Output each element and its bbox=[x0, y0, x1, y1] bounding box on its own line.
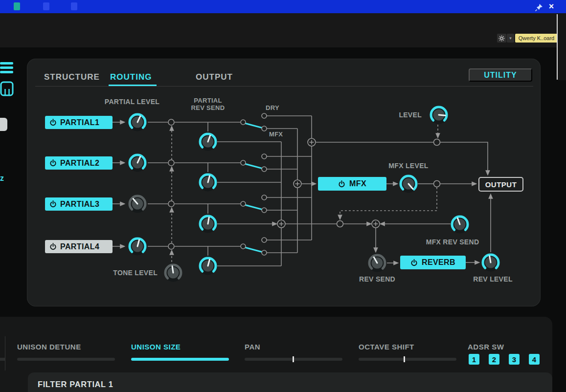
mfx-label: MFX bbox=[349, 179, 366, 188]
titlebar: × bbox=[0, 0, 566, 13]
filter-panel-title: FILTER PARTIAL 1 bbox=[38, 380, 113, 389]
partial-rev-send-label-line2: REV SEND bbox=[187, 104, 228, 111]
partial1-rev-send-knob[interactable] bbox=[198, 132, 218, 152]
reverb-label: REVERB bbox=[422, 258, 455, 267]
tab-routing[interactable]: ROUTING bbox=[110, 72, 152, 82]
power-icon bbox=[49, 159, 57, 167]
partial4-rev-send-knob[interactable] bbox=[198, 256, 218, 276]
rev-level-label: REV LEVEL bbox=[467, 275, 519, 283]
tab-structure[interactable]: STRUCTURE bbox=[44, 72, 100, 82]
power-icon bbox=[49, 243, 57, 250]
power-icon bbox=[49, 119, 57, 126]
tab-divider bbox=[35, 86, 533, 87]
qwerty-keyboard-button[interactable]: Qwerty K..oard bbox=[515, 34, 558, 43]
right-strip bbox=[558, 13, 566, 80]
unison-size-label: UNISON SIZE bbox=[131, 343, 181, 351]
pan-label: PAN bbox=[245, 343, 260, 351]
unison-detune-label: UNISON DETUNE bbox=[17, 343, 81, 351]
partial2-label: PARTIAL2 bbox=[60, 159, 99, 168]
level-knob[interactable] bbox=[429, 105, 449, 125]
titlebar-badge[interactable] bbox=[14, 2, 20, 10]
adsr-sw-2-button[interactable]: 2 bbox=[489, 354, 499, 365]
filter-panel: FILTER PARTIAL 1 bbox=[28, 372, 552, 392]
keyboard-icon[interactable] bbox=[0, 81, 14, 96]
partial3-rev-send-knob[interactable] bbox=[198, 214, 218, 234]
settings-button[interactable] bbox=[497, 34, 506, 43]
partial4-level-knob[interactable] bbox=[128, 237, 147, 256]
partial3-output-switch[interactable] bbox=[241, 195, 268, 213]
partial2-level-knob[interactable] bbox=[128, 153, 147, 173]
pan-track[interactable] bbox=[245, 358, 342, 361]
unison-detune-track[interactable] bbox=[17, 358, 115, 361]
output-node: OUTPUT bbox=[478, 177, 523, 192]
partial3-button[interactable]: PARTIAL3 bbox=[45, 197, 113, 211]
partial-rev-send-label: PARTIAL REV SEND bbox=[187, 97, 228, 111]
partial-level-label: PARTIAL LEVEL bbox=[100, 98, 164, 106]
partial2-button[interactable]: PARTIAL2 bbox=[45, 156, 113, 170]
partial3-label: PARTIAL3 bbox=[60, 200, 99, 209]
level-label: LEVEL bbox=[385, 111, 422, 119]
partial4-button[interactable]: PARTIAL4 bbox=[45, 240, 113, 253]
settings-dropdown-button[interactable]: ▾ bbox=[507, 34, 514, 43]
mfx-level-label: MFX LEVEL bbox=[379, 162, 438, 170]
power-icon bbox=[338, 180, 345, 188]
partial1-button[interactable]: PARTIAL1 bbox=[45, 116, 113, 129]
rev-level-knob[interactable] bbox=[481, 253, 500, 272]
titlebar-badge[interactable] bbox=[43, 2, 49, 10]
tone-level-label: TONE LEVEL bbox=[107, 269, 158, 277]
tab-output[interactable]: OUTPUT bbox=[196, 72, 233, 82]
reverb-button[interactable]: REVERB bbox=[400, 256, 466, 269]
close-icon[interactable]: × bbox=[546, 1, 557, 12]
mfx-rev-send-knob[interactable] bbox=[450, 215, 470, 234]
partial4-label: PARTIAL4 bbox=[60, 242, 99, 251]
sidebar-button-fragment[interactable] bbox=[0, 118, 7, 131]
power-icon bbox=[49, 200, 57, 208]
adsr-sw-label: ADSR SW bbox=[468, 343, 546, 351]
top-strip bbox=[0, 13, 566, 47]
octave-shift-track[interactable] bbox=[359, 358, 456, 361]
partial1-label: PARTIAL1 bbox=[60, 118, 99, 127]
partial1-output-switch[interactable] bbox=[241, 113, 268, 131]
partial1-level-knob[interactable] bbox=[128, 112, 147, 132]
power-icon bbox=[410, 259, 418, 266]
mfx-rev-send-label: MFX REV SEND bbox=[418, 238, 487, 246]
slider-fragment bbox=[0, 358, 5, 361]
partial-rev-send-label-line1: PARTIAL bbox=[187, 97, 228, 104]
mfx-level-knob[interactable] bbox=[399, 174, 418, 194]
adsr-sw-3-button[interactable]: 3 bbox=[509, 354, 520, 365]
menu-icon[interactable] bbox=[0, 62, 15, 77]
adsr-sw-4-button[interactable]: 4 bbox=[529, 354, 540, 365]
octave-shift-slider: OCTAVE SHIFT bbox=[359, 343, 414, 351]
rev-send-label: REV SEND bbox=[353, 275, 402, 283]
mfx-button[interactable]: MFX bbox=[318, 177, 386, 191]
adsr-sw-1-button[interactable]: 1 bbox=[469, 354, 479, 365]
sidebar-z-label: z bbox=[0, 174, 4, 183]
right-strip-edge bbox=[557, 14, 558, 80]
adsr-sw-group: ADSR SW 1 2 3 4 bbox=[468, 343, 546, 351]
band-divider bbox=[5, 336, 5, 370]
partial2-rev-send-knob[interactable] bbox=[198, 173, 218, 192]
gear-icon bbox=[498, 35, 505, 42]
app-window: × ▾ Qwerty K..oard z STRUCTURE ROUTING O… bbox=[0, 0, 566, 392]
slider-handle[interactable] bbox=[293, 356, 294, 362]
unison-size-slider: UNISON SIZE bbox=[131, 343, 181, 351]
pin-icon[interactable] bbox=[535, 3, 543, 12]
unison-size-track[interactable] bbox=[131, 358, 229, 361]
dry-label: DRY bbox=[266, 104, 279, 111]
rev-send-knob[interactable] bbox=[367, 253, 387, 273]
partial4-output-switch[interactable] bbox=[241, 238, 268, 255]
utility-button[interactable]: UTILITY bbox=[469, 68, 532, 82]
pan-slider: PAN bbox=[245, 343, 260, 351]
partial3-level-knob[interactable] bbox=[128, 194, 147, 214]
unison-detune-slider: UNISON DETUNE bbox=[17, 343, 81, 351]
partial2-output-switch[interactable] bbox=[241, 154, 268, 172]
titlebar-badge[interactable] bbox=[71, 2, 77, 10]
tone-level-knob[interactable] bbox=[163, 263, 183, 283]
slider-handle[interactable] bbox=[404, 356, 405, 362]
octave-shift-label: OCTAVE SHIFT bbox=[359, 343, 414, 351]
mfx-switch-label: MFX bbox=[269, 131, 283, 138]
